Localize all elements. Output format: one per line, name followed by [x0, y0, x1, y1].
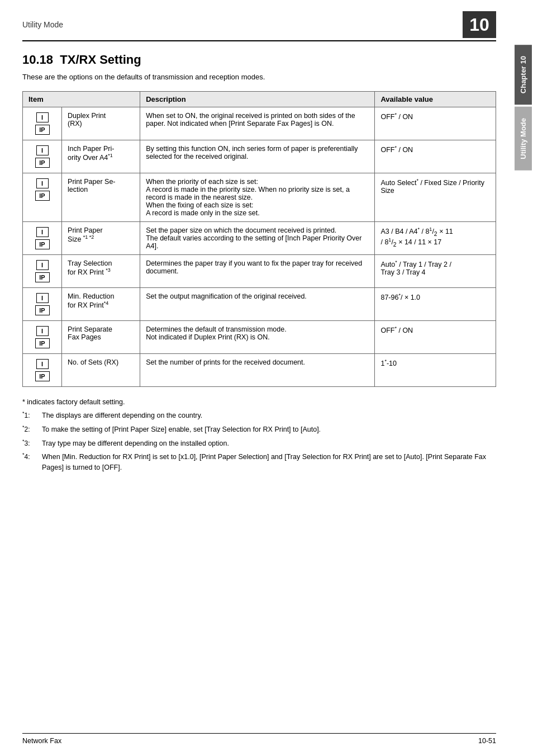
icon-group: I IP [28, 226, 56, 250]
value-cell-3: A3 / B4 / A4* / 81/2 × 11/ 81/2 × 14 / 1… [375, 222, 496, 255]
icon-i: I [36, 293, 49, 303]
icon-group: I IP [28, 358, 56, 382]
icon-i: I [36, 112, 49, 122]
icon-ip: IP [35, 239, 50, 249]
col-value: Available value [375, 92, 496, 107]
icon-cell-6: I IP [23, 321, 62, 354]
footnote-2-text: To make the setting of [Print Paper Size… [42, 424, 321, 435]
section-title-text: TX/RX Setting [60, 53, 141, 67]
table-row: I IP Duplex Print(RX)When set to ON, the… [23, 107, 496, 140]
icon-group: I IP [28, 112, 56, 135]
icon-i: I [36, 227, 49, 237]
description-cell-1: By setting this function ON, inch series… [140, 140, 375, 173]
section-number: 10.18 [22, 53, 53, 67]
description-cell-7: Set the number of prints for the receive… [140, 354, 375, 387]
icon-group: I IP [28, 145, 56, 168]
right-sidebar: Chapter 10 Utility Mode [513, 0, 533, 756]
icon-i: I [36, 178, 49, 188]
value-cell-4: Auto* / Tray 1 / Tray 2 /Tray 3 / Tray 4 [375, 255, 496, 288]
icon-ip: IP [35, 272, 50, 282]
table-row: I IP Print SeparateFax PagesDetermines t… [23, 321, 496, 354]
value-cell-5: 87-96*/ × 1.0 [375, 288, 496, 321]
icon-ip: IP [35, 191, 50, 201]
item-name-7: No. of Sets (RX) [62, 354, 140, 387]
item-name-5: Min. Reductionfor RX Print*4 [62, 288, 140, 321]
footnote-2-marker: *2: [22, 424, 42, 433]
table-row: I IP Min. Reductionfor RX Print*4Set the… [23, 288, 496, 321]
top-header: Utility Mode 10 [22, 11, 496, 41]
footnote-section: * indicates factory default setting. *1:… [22, 398, 496, 473]
settings-table: Item Description Available value I IP Du… [22, 91, 496, 387]
description-cell-2: When the priority of each size is set:A … [140, 173, 375, 222]
icon-group: I IP [28, 292, 56, 316]
icon-cell-0: I IP [23, 107, 62, 140]
footnote-1-text: The displays are different depending on … [42, 410, 202, 421]
asterisk-note: * indicates factory default setting. [22, 398, 496, 406]
item-name-6: Print SeparateFax Pages [62, 321, 140, 354]
sidebar-mode-label: Utility Mode [515, 107, 532, 171]
icon-i: I [36, 359, 49, 369]
icon-cell-7: I IP [23, 354, 62, 387]
icon-ip: IP [35, 371, 50, 381]
footnote-1-marker: *1: [22, 410, 42, 419]
value-cell-7: 1*-10 [375, 354, 496, 387]
footnote-4-marker: *4: [22, 452, 42, 461]
chapter-number-box: 10 [463, 11, 496, 38]
item-name-4: Tray Selectionfor RX Print *3 [62, 255, 140, 288]
description-cell-5: Set the output magnification of the orig… [140, 288, 375, 321]
icon-cell-1: I IP [23, 140, 62, 173]
icon-ip: IP [35, 338, 50, 348]
table-row: I IP No. of Sets (RX)Set the number of p… [23, 354, 496, 387]
item-name-1: Inch Paper Pri-ority Over A4*1 [62, 140, 140, 173]
footnote-3-marker: *3: [22, 438, 42, 447]
icon-cell-2: I IP [23, 173, 62, 222]
icon-i: I [36, 326, 49, 336]
icon-cell-3: I IP [23, 222, 62, 255]
description-cell-4: Determines the paper tray if you want to… [140, 255, 375, 288]
icon-i: I [36, 145, 49, 155]
icon-group: I IP [28, 325, 56, 349]
table-row: I IP Print Paper Se-lectionWhen the prio… [23, 173, 496, 222]
bottom-footer: Network Fax 10-51 [22, 733, 496, 745]
description-cell-0: When set to ON, the original received is… [140, 107, 375, 140]
col-description: Description [140, 92, 375, 107]
footnote-3-text: Tray type may be different depending on … [42, 438, 229, 449]
icon-group: I IP [28, 178, 56, 201]
section-title: 10.18 TX/RX Setting [22, 53, 496, 67]
value-cell-6: OFF* / ON [375, 321, 496, 354]
footnote-3: *3: Tray type may be different depending… [22, 438, 496, 449]
table-row: I IP Print PaperSize *1 *2Set the paper … [23, 222, 496, 255]
icon-ip: IP [35, 305, 50, 315]
section-description: These are the options on the defaults of… [22, 73, 496, 81]
icon-cell-4: I IP [23, 255, 62, 288]
icon-ip: IP [35, 158, 50, 168]
icon-group: I IP [28, 259, 56, 283]
item-name-2: Print Paper Se-lection [62, 173, 140, 222]
value-cell-1: OFF* / ON [375, 140, 496, 173]
icon-ip: IP [35, 125, 50, 135]
header-title: Utility Mode [22, 20, 63, 29]
footnote-4: *4: When [Min. Reduction for RX Print] i… [22, 452, 496, 473]
table-row: I IP Tray Selectionfor RX Print *3Determ… [23, 255, 496, 288]
col-item: Item [23, 92, 140, 107]
page-wrapper: Utility Mode 10 10.18 TX/RX Setting Thes… [0, 0, 533, 756]
table-row: I IP Inch Paper Pri-ority Over A4*1By se… [23, 140, 496, 173]
item-name-0: Duplex Print(RX) [62, 107, 140, 140]
value-cell-0: OFF* / ON [375, 107, 496, 140]
icon-cell-5: I IP [23, 288, 62, 321]
value-cell-2: Auto Select* / Fixed Size / Priority Siz… [375, 173, 496, 222]
footer-left: Network Fax [22, 737, 61, 745]
footnote-4-text: When [Min. Reduction for RX Print] is se… [42, 452, 496, 473]
description-cell-3: Set the paper size on which the document… [140, 222, 375, 255]
footer-right: 10-51 [478, 737, 496, 745]
table-header-row: Item Description Available value [23, 92, 496, 107]
footnote-2: *2: To make the setting of [Print Paper … [22, 424, 496, 435]
main-content: Utility Mode 10 10.18 TX/RX Setting Thes… [0, 0, 513, 756]
footnote-1: *1: The displays are different depending… [22, 410, 496, 421]
description-cell-6: Determines the default of transmission m… [140, 321, 375, 354]
sidebar-chapter-label: Chapter 10 [515, 45, 532, 105]
item-name-3: Print PaperSize *1 *2 [62, 222, 140, 255]
icon-i: I [36, 260, 49, 270]
